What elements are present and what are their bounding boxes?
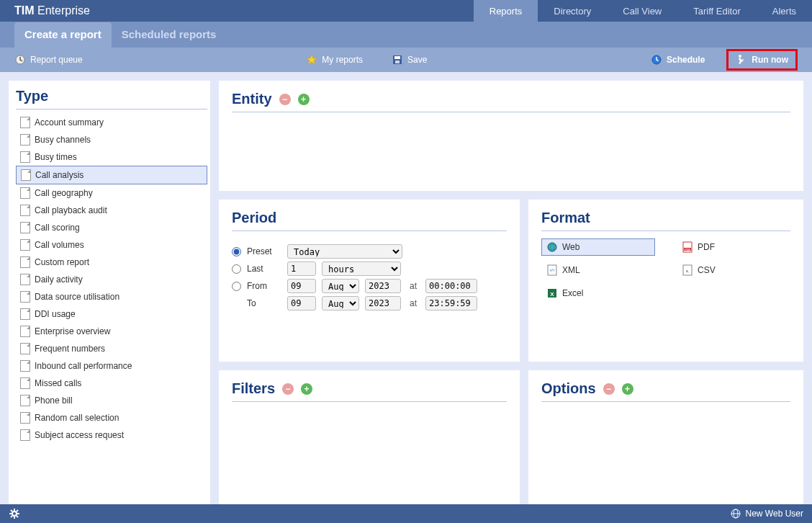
type-item[interactable]: Custom report xyxy=(16,254,207,271)
remove-option-icon[interactable]: − xyxy=(603,383,615,395)
period-to-day-input[interactable] xyxy=(287,296,316,310)
footer-user-label: New Web User xyxy=(746,509,803,519)
type-item-label: Busy channels xyxy=(35,135,91,145)
period-from-time-input[interactable] xyxy=(425,279,477,293)
add-filter-icon[interactable]: + xyxy=(301,383,312,395)
period-mode-last-radio[interactable] xyxy=(232,264,241,274)
globe-icon xyxy=(546,241,558,253)
save-button[interactable]: Save xyxy=(392,54,427,66)
report-queue-button[interactable]: Report queue xyxy=(14,54,83,66)
type-item-label: Daily activity xyxy=(35,274,83,285)
type-item[interactable]: Enterprise overview xyxy=(16,323,207,340)
type-item[interactable]: Busy times xyxy=(16,148,207,166)
top-nav: TIM Enterprise Reports Directory Call Vi… xyxy=(0,0,812,22)
type-item[interactable]: Call playback audit xyxy=(16,202,207,219)
schedule-label: Schedule xyxy=(667,55,705,65)
period-title: Period xyxy=(232,210,507,231)
type-item-label: Busy times xyxy=(35,152,77,162)
period-from-month-select[interactable]: Aug xyxy=(322,279,359,293)
type-item-label: Enterprise overview xyxy=(35,326,110,336)
period-from-day-input[interactable] xyxy=(287,279,316,293)
options-title: Options xyxy=(541,380,596,397)
schedule-button[interactable]: Schedule xyxy=(651,54,705,66)
format-item-excel[interactable]: XExcel xyxy=(541,285,655,302)
format-item-web[interactable]: Web xyxy=(541,238,655,256)
save-icon xyxy=(392,54,403,66)
svg-point-7 xyxy=(548,243,556,251)
type-item[interactable]: Call geography xyxy=(16,184,207,202)
run-now-label: Run now xyxy=(752,55,788,65)
type-item[interactable]: Subject access request xyxy=(16,426,207,444)
period-preset-select[interactable]: Today xyxy=(287,244,402,259)
app-logo-bold: TIM xyxy=(14,4,35,17)
type-item[interactable]: Busy channels xyxy=(16,131,207,148)
footer-user[interactable]: New Web User xyxy=(730,508,803,519)
type-panel: Type Account summaryBusy channelsBusy ti… xyxy=(9,81,210,504)
type-item[interactable]: DDI usage xyxy=(16,305,207,323)
type-item[interactable]: Frequent numbers xyxy=(16,340,207,357)
period-mode-preset-radio[interactable] xyxy=(232,247,241,256)
period-to-time-input[interactable] xyxy=(425,296,477,310)
run-now-button[interactable]: Run now xyxy=(726,49,798,71)
period-to-year-input[interactable] xyxy=(365,296,401,310)
type-item[interactable]: Daily activity xyxy=(16,271,207,288)
svg-marker-1 xyxy=(307,55,317,64)
type-item[interactable]: Data source utilisation xyxy=(16,288,207,305)
type-item[interactable]: Random call selection xyxy=(16,409,207,426)
tab-reports[interactable]: Reports xyxy=(474,0,538,22)
xml-icon: </> xyxy=(546,264,558,276)
period-from-label: From xyxy=(247,281,281,291)
type-item[interactable]: Inbound call performance xyxy=(16,357,207,375)
type-item[interactable]: Call analysis xyxy=(16,166,207,184)
type-item-label: Random call selection xyxy=(35,413,119,423)
document-icon xyxy=(20,117,30,128)
format-item-csv[interactable]: a,CSV xyxy=(677,262,790,279)
tab-directory[interactable]: Directory xyxy=(538,0,607,22)
period-last-row: Last hours xyxy=(232,262,507,276)
document-icon xyxy=(20,326,30,337)
svg-point-6 xyxy=(739,55,741,58)
svg-line-25 xyxy=(11,516,12,517)
type-item-label: Call analysis xyxy=(35,170,84,180)
remove-entity-icon[interactable]: − xyxy=(279,94,291,105)
period-to-label: To xyxy=(247,298,281,308)
period-to-month-select[interactable]: Aug xyxy=(322,296,359,310)
period-mode-range-radio[interactable] xyxy=(232,282,241,291)
gear-icon[interactable] xyxy=(9,508,20,519)
type-item-label: Account summary xyxy=(35,117,104,128)
type-item[interactable]: Phone bill xyxy=(16,392,207,409)
type-item-label: Call scoring xyxy=(35,223,80,233)
period-last-unit-select[interactable]: hours xyxy=(322,262,401,276)
period-preset-row: Preset Today xyxy=(232,244,507,259)
add-option-icon[interactable]: + xyxy=(622,383,633,395)
document-icon xyxy=(20,134,30,146)
svg-rect-4 xyxy=(395,61,400,63)
tab-call-view[interactable]: Call View xyxy=(607,0,677,22)
period-last-n-input[interactable] xyxy=(287,262,316,276)
csv-icon: a, xyxy=(682,264,693,276)
period-from-year-input[interactable] xyxy=(365,279,401,293)
type-item[interactable]: Account summary xyxy=(16,114,207,131)
filters-panel: Filters − + xyxy=(219,370,520,504)
type-item[interactable]: Call scoring xyxy=(16,219,207,236)
format-item-xml[interactable]: </>XML xyxy=(541,262,655,279)
period-to-row: To Aug at xyxy=(232,296,507,310)
type-item-label: Call geography xyxy=(35,188,93,198)
document-icon xyxy=(20,343,30,354)
add-entity-icon[interactable]: + xyxy=(298,94,310,105)
type-item[interactable]: Missed calls xyxy=(16,375,207,392)
type-item[interactable]: Call volumes xyxy=(16,236,207,254)
my-reports-button[interactable]: My reports xyxy=(306,54,363,66)
schedule-icon xyxy=(651,54,662,66)
tab-tariff-editor[interactable]: Tariff Editor xyxy=(677,0,757,22)
tab-alerts[interactable]: Alerts xyxy=(757,0,812,22)
subtab-scheduled-reports[interactable]: Scheduled reports xyxy=(112,22,227,48)
remove-filter-icon[interactable]: − xyxy=(282,383,294,395)
entity-title-row: Entity − + xyxy=(232,91,790,112)
format-item-pdf[interactable]: PDFPDF xyxy=(677,238,790,256)
type-item-label: Call playback audit xyxy=(35,205,107,215)
svg-text:PDF: PDF xyxy=(685,248,691,251)
subtab-create-report[interactable]: Create a report xyxy=(14,22,112,48)
type-list-scroll[interactable]: Account summaryBusy channelsBusy timesCa… xyxy=(16,114,207,497)
sub-nav: Create a report Scheduled reports xyxy=(0,22,812,48)
